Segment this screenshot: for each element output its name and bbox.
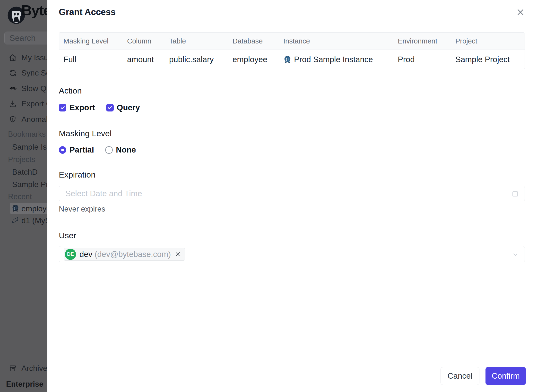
modal-title: Grant Access: [59, 7, 116, 17]
turtle-icon: [9, 85, 17, 93]
cell-column: amount: [127, 55, 169, 64]
modal-header: Grant Access: [47, 0, 537, 24]
shield-icon: [9, 115, 17, 123]
checkbox-checked: [59, 104, 66, 111]
sidebar-item-my-issues[interactable]: My Issues: [0, 52, 47, 63]
grant-access-modal: Grant Access Masking Level Column Table …: [47, 0, 537, 392]
postgres-icon: [11, 204, 19, 212]
modal-footer: Cancel Confirm: [47, 360, 537, 392]
section-bookmarks: Bookmarks: [8, 130, 46, 139]
expiration-date-input[interactable]: Select Date and Time: [59, 186, 525, 201]
cancel-button[interactable]: Cancel: [441, 367, 480, 385]
sidebar-item-anomaly-center[interactable]: Anomaly Center: [0, 113, 47, 125]
sync-icon: [9, 69, 17, 77]
cell-instance: Prod Sample Instance: [283, 55, 398, 64]
postgres-icon: [283, 55, 292, 64]
search-input[interactable]: Search: [4, 32, 47, 44]
check-icon: [60, 105, 65, 110]
close-icon[interactable]: [516, 7, 525, 17]
sidebar-divider: [0, 376, 47, 376]
search-placeholder: Search: [9, 33, 36, 43]
sidebar-item-project-batchd[interactable]: BatchD: [12, 168, 38, 177]
none-radio[interactable]: None: [105, 145, 136, 154]
sidebar-item-db-employee[interactable]: employee: [10, 203, 47, 214]
action-heading: Action: [59, 86, 525, 95]
user-tag: DE dev (dev@bytebase.com): [64, 248, 185, 261]
calendar-icon: [511, 190, 519, 197]
check-icon: [107, 105, 113, 110]
download-icon: [9, 100, 17, 108]
sidebar-item-db-d1[interactable]: d1 (MySQL): [10, 215, 47, 226]
confirm-button[interactable]: Confirm: [485, 367, 526, 385]
cell-database: employee: [233, 55, 283, 64]
user-heading: User: [59, 230, 525, 240]
masking-level-heading: Masking Level: [59, 128, 525, 138]
cell-table: public.salary: [169, 55, 233, 64]
sidebar-item-project-sample[interactable]: Sample Project: [12, 180, 47, 189]
table-row: Full amount public.salary employee Prod …: [59, 50, 525, 69]
date-placeholder: Select Date and Time: [65, 189, 142, 198]
cell-masking-level: Full: [63, 55, 127, 64]
cell-project: Sample Project: [455, 55, 525, 64]
modal-body: Masking Level Column Table Database Inst…: [47, 24, 537, 262]
radio-selected: [59, 146, 66, 154]
masking-level-options: Partial None: [59, 145, 525, 155]
avatar: DE: [65, 249, 76, 260]
home-icon: [9, 54, 17, 62]
user-select[interactable]: DE dev (dev@bytebase.com): [59, 246, 525, 262]
brand-name: Bytebase: [21, 2, 47, 19]
section-recent: Recent: [8, 192, 32, 201]
partial-radio[interactable]: Partial: [59, 145, 94, 154]
grant-table-header: Masking Level Column Table Database Inst…: [59, 33, 525, 50]
export-checkbox[interactable]: Export: [59, 103, 95, 112]
remove-user-icon[interactable]: [174, 251, 181, 257]
sidebar-item-archive[interactable]: Archive: [0, 362, 47, 374]
sidebar-item-sample-issue[interactable]: Sample Issue: [12, 143, 47, 152]
query-checkbox[interactable]: Query: [106, 103, 140, 112]
archive-icon: [9, 364, 17, 372]
chevron-down-icon[interactable]: [511, 251, 519, 258]
checkbox-checked: [106, 104, 114, 111]
user-email: (dev@bytebase.com): [95, 250, 171, 259]
radio-unselected: [105, 146, 113, 154]
grant-table: Masking Level Column Table Database Inst…: [59, 32, 525, 69]
sidebar: Bytebase Search My Issues Sync Schema Sl…: [0, 0, 47, 392]
action-options: Export Query: [59, 102, 525, 113]
expiration-heading: Expiration: [59, 170, 525, 179]
mysql-icon: [11, 216, 19, 224]
sidebar-item-slow-query[interactable]: Slow Query: [0, 83, 47, 94]
plan-badge: Enterprise: [6, 380, 43, 389]
sidebar-item-export-center[interactable]: Export Center: [0, 98, 47, 110]
user-name: dev: [79, 250, 92, 259]
section-projects: Projects: [8, 155, 35, 164]
cell-environment: Prod: [398, 55, 455, 64]
expiration-helper: Never expires: [59, 205, 525, 213]
sidebar-item-sync-schema[interactable]: Sync Schema: [0, 67, 47, 79]
